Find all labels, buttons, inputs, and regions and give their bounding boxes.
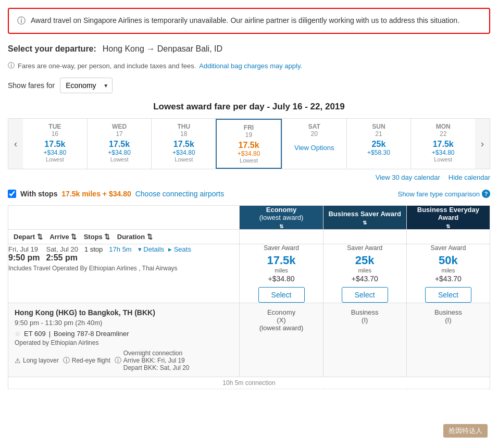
calendar-prev-button[interactable]: ‹ (8, 119, 23, 169)
connection-row: 10h 5m connection (8, 377, 490, 389)
seats-link[interactable]: ▸ Seats (168, 245, 191, 253)
calendar-day-fri[interactable]: Fri 19 17.5k +$34.80 Lowest (216, 119, 282, 169)
biz-everyday-sort-icon[interactable]: ⇅ (407, 223, 490, 229)
with-stops-checkbox[interactable] (8, 190, 16, 198)
economy-fare-class-cell: Economy (X) (lowest award) (240, 303, 323, 377)
fare-comparison-link[interactable]: Show fare type comparison ? (397, 190, 490, 198)
star-icon: ☆ (15, 330, 21, 338)
calendar-day-mon[interactable]: Mon 22 17.5k +$34.80 Lowest (410, 119, 475, 169)
biz-saver-sort-icon[interactable]: ⇅ (323, 220, 406, 226)
warning-long-layover: ⚠ Long layover (15, 350, 59, 371)
economy-sort-icon[interactable]: ⇅ (240, 223, 322, 229)
flight-actions: ▾ Details ▸ Seats (138, 245, 191, 253)
biz-saver-column-header: Business Saver Award ⇅ (323, 206, 406, 230)
biz-saver-header-label: Business Saver Award (328, 210, 401, 218)
economy-header-label: Economy(lowest award) (259, 206, 304, 221)
segment-warnings: ⚠ Long layover ⓘ Red-eye flight ⓘ Overni… (15, 350, 233, 371)
calendar-day-sat[interactable]: Sat 20 View Options (282, 119, 346, 169)
arrive-sort[interactable]: Arrive ⇅ (49, 233, 77, 241)
calendar-title: Lowest award fare per day - July 16 - 22… (8, 102, 490, 112)
show-fares-row: Show fares for Economy Business First (8, 78, 490, 93)
flight-row: Fri, Jul 19 9:50 pm Sat, Jul 20 2:55 pm … (8, 244, 490, 303)
show-fares-label: Show fares for (8, 81, 55, 90)
info-icon: ⓘ (17, 16, 26, 27)
hide-calendar-link[interactable]: Hide calendar (449, 173, 490, 181)
departure-route: Hong Kong → Denpasar Bali, ID (103, 44, 222, 53)
stops-row: With stops 17.5k miles + $34.80 Choose c… (8, 190, 490, 198)
flight-info-cell: Fri, Jul 19 9:50 pm Sat, Jul 20 2:55 pm … (8, 244, 240, 303)
segment-separator: | (49, 330, 51, 338)
calendar-next-button[interactable]: › (475, 119, 490, 169)
biz-everyday-award-type: Saver Award (407, 244, 490, 252)
calendar-section: Lowest award fare per day - July 16 - 22… (8, 102, 490, 181)
biz-saver-fare-class-cell: Business (I) (323, 303, 406, 377)
fares-info-icon: ⓘ (8, 61, 15, 70)
warning-overnight: ⓘ Overnight connection Arrive BKK: Fri, … (115, 350, 190, 371)
with-stops-label: With stops (20, 190, 57, 198)
depart-sort[interactable]: Depart ⇅ (14, 233, 43, 241)
alert-text: Award travel on Singapore Airlines is te… (31, 15, 459, 26)
warning-text-redeye: Red-eye flight (72, 357, 110, 364)
fare-comparison-label: Show fare type comparison (397, 190, 480, 198)
warning-icon-overnight: ⓘ (115, 356, 121, 365)
biz-everyday-miles-label: miles (407, 267, 490, 273)
calendar-day-sun[interactable]: Sun 21 25k +$58.30 (346, 119, 411, 169)
warning-text-overnight: Overnight connection Arrive BKK: Fri, Ju… (123, 350, 190, 371)
stops-miles: 17.5k miles + $34.80 (61, 190, 131, 198)
fares-info-text: Fares are one-way, per person, and inclu… (18, 62, 196, 70)
duration-sort[interactable]: Duration ⇅ (117, 233, 153, 241)
flight-column-header (8, 206, 240, 230)
stops-left: With stops 17.5k miles + $34.80 Choose c… (8, 190, 224, 198)
flight-sub-headers: Depart ⇅ Arrive ⇅ Stops ⇅ Duration ⇅ (8, 230, 240, 244)
economy-miles-amount: 17.5k (240, 254, 322, 267)
calendar-day-thu[interactable]: Thu 18 17.5k +$34.80 Lowest (151, 119, 216, 169)
calendar-days: Tue 16 17.5k +$34.80 Lowest Wed 17 17.5k… (23, 119, 475, 169)
biz-everyday-fee-amount: +$43.70 (407, 275, 490, 283)
economy-select-button[interactable]: Select (258, 287, 305, 303)
calendar-day-tue[interactable]: Tue 16 17.5k +$34.80 Lowest (23, 119, 87, 169)
biz-everyday-miles-amount: 50k (407, 254, 490, 267)
flight-duration-info: 17h 5m (109, 245, 131, 253)
choose-airports-link[interactable]: Choose connecting airports (135, 190, 224, 198)
economy-award-type: Saver Award (240, 244, 322, 252)
connection-cell: 10h 5m connection (8, 377, 490, 389)
calendar-links: View 30 day calendar Hide calendar (8, 173, 490, 181)
flight-times: Fri, Jul 19 9:50 pm Sat, Jul 20 2:55 pm … (8, 244, 239, 263)
details-link[interactable]: ▾ Details (138, 245, 164, 253)
calendar-day-wed[interactable]: Wed 17 17.5k +$34.80 Lowest (87, 119, 152, 169)
warning-icon-layover: ⚠ (15, 357, 21, 365)
view-30-day-link[interactable]: View 30 day calendar (376, 173, 440, 181)
fares-select-wrapper: Economy Business First (60, 78, 113, 93)
fares-select[interactable]: Economy Business First (60, 78, 113, 93)
fare-comparison-right: Show fare type comparison ? (397, 190, 490, 198)
segment-info-cell: Hong Kong (HKG) to Bangkok, TH (BKK) 9:5… (8, 303, 240, 377)
economy-fare-class: Economy (X) (lowest award) (259, 308, 304, 332)
segment-flight-info: ☆ ET 609 | Boeing 787-8 Dreamliner (15, 330, 233, 338)
column-header-row: Economy(lowest award) ⇅ Business Saver A… (8, 206, 490, 230)
biz-everyday-select-button[interactable]: Select (425, 287, 471, 303)
segment-aircraft: Boeing 787-8 Dreamliner (54, 330, 129, 338)
biz-everyday-fare-cell: Saver Award 50k miles +$43.70 Select (406, 244, 490, 303)
economy-column-header: Economy(lowest award) ⇅ (240, 206, 323, 230)
flight-operated: Includes Travel Operated By Ethiopian Ai… (8, 265, 239, 272)
results-table: Economy(lowest award) ⇅ Business Saver A… (8, 205, 490, 389)
warning-red-eye: ⓘ Red-eye flight (63, 350, 110, 371)
biz-saver-select-button[interactable]: Select (342, 287, 388, 303)
biz-saver-fare-cell: Saver Award 25k miles +$43.70 Select (323, 244, 406, 303)
help-icon: ? (482, 190, 490, 198)
flight-arrive-day: Sat, Jul 20 2:55 pm (46, 245, 78, 263)
stops-sort[interactable]: Stops ⇅ (84, 233, 110, 241)
bag-charges-link[interactable]: Additional bag charges may apply. (199, 62, 302, 70)
warning-text-layover: Long layover (23, 357, 59, 364)
fares-info: ⓘ Fares are one-way, per person, and inc… (8, 61, 490, 70)
segment-operated: Operated by Ethiopian Airlines (15, 339, 233, 346)
flight-depart-day: Fri, Jul 19 9:50 pm (8, 245, 40, 263)
departure-label: Select your departure: (8, 44, 96, 53)
departure-header: Select your departure: Hong Kong → Denpa… (8, 44, 490, 54)
warning-icon-redeye: ⓘ (63, 356, 70, 365)
biz-everyday-fare-class-cell: Business (I) (406, 303, 490, 377)
biz-everyday-column-header: Business Everyday Award ⇅ (406, 206, 490, 230)
sub-header-row: Depart ⇅ Arrive ⇅ Stops ⇅ Duration ⇅ (8, 230, 490, 244)
calendar-grid: ‹ Tue 16 17.5k +$34.80 Lowest Wed 17 17.… (8, 118, 490, 169)
alert-banner: ⓘ Award travel on Singapore Airlines is … (8, 8, 490, 34)
